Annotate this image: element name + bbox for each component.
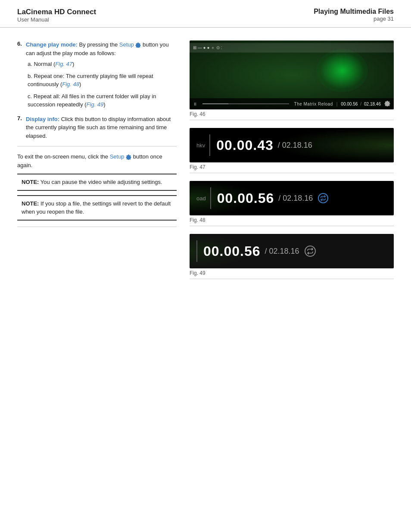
section-title: Playing Multimedia Files — [314, 8, 394, 16]
step-7: 7. Display info: Click this button to di… — [17, 115, 177, 140]
note-2-label: NOTE: — [22, 200, 39, 207]
step-6a: a. Normal (Fig. 47) — [28, 60, 177, 68]
fig49-divider — [196, 240, 197, 262]
fig46-movie-title: The Matrix Reload — [294, 102, 333, 106]
step-6-label: Change play mode: — [26, 41, 78, 48]
svg-text:1: 1 — [322, 197, 324, 199]
note-1-label: NOTE: — [22, 179, 39, 185]
fig46-splash — [316, 49, 368, 92]
fig46-total: 02.18.46 — [364, 102, 381, 106]
main-content: 6. Change play mode: By pressing the Set… — [0, 28, 411, 300]
fig49-total: / 02.18.16 — [265, 247, 299, 256]
figure-49-image: 00.00.56 / 02.18.16 — [190, 234, 394, 268]
figure-49-block: 00.00.56 / 02.18.16 Fig. 49 — [190, 234, 394, 279]
note-box-1: NOTE: You can pause the video while adju… — [17, 174, 177, 191]
setup-gear-icon — [135, 42, 141, 48]
step-7-label: Display info: — [26, 116, 59, 122]
step-6c-letter: c. Repeat all: All files in the current … — [28, 93, 156, 108]
figure-46-label: Fig. 46 — [190, 111, 394, 120]
figure-47-block: hkv 00.00.43 / 02.18.16 Fig. 47 — [190, 128, 394, 173]
page-number: page 31 — [314, 16, 394, 22]
note-box-2: NOTE: If you stop a file, the settings w… — [17, 195, 177, 221]
note-1-text: You can pause the video while adjusting … — [40, 179, 162, 185]
fig49-time: 00.00.56 — [203, 243, 261, 259]
step-6-sub-items: a. Normal (Fig. 47) b. Repeat one: The c… — [28, 60, 177, 109]
step-6-header: 6. Change play mode: By pressing the Set… — [17, 40, 177, 57]
right-column: ⊞ — ● ● ＋ ⊙ : ⏸ The Matrix Reload | 00.0… — [190, 40, 394, 287]
fig47-time: 00.00.43 — [216, 137, 274, 153]
fig48-repeat-icon: 1 — [318, 193, 328, 203]
fig48-total: / 02.18.16 — [278, 194, 313, 203]
header-right: Playing Multimedia Files page 31 — [314, 8, 394, 22]
fig47-divider — [209, 134, 210, 156]
step-6a-letter: a. Normal ( — [28, 61, 55, 67]
exit-setup-word: Setup — [110, 153, 125, 160]
figure-46-block: ⊞ — ● ● ＋ ⊙ : ⏸ The Matrix Reload | 00.0… — [190, 40, 394, 120]
fig47-total: / 02.18.16 — [278, 141, 312, 150]
step-6b-fig-link: Fig. 48 — [62, 81, 79, 87]
page-header: LaCinema HD Connect User Manual Playing … — [0, 0, 411, 28]
figure-48-label: Fig. 48 — [190, 217, 394, 226]
figure-46-image: ⊞ — ● ● ＋ ⊙ : ⏸ The Matrix Reload | 00.0… — [190, 40, 394, 109]
step-6b-letter: b. Repeat one: The currently playing fil… — [28, 73, 153, 88]
fig46-bottom-bar: ⏸ The Matrix Reload | 00.00.56 / 02.18.4… — [190, 98, 394, 109]
manual-subtitle: User Manual — [17, 16, 96, 23]
fig47-prefix: hkv — [196, 142, 205, 149]
step-6c: c. Repeat all: All files in the current … — [28, 92, 177, 109]
fig48-time: 00.00.56 — [217, 190, 274, 206]
step-7-number: 7. — [17, 115, 24, 140]
step-6b: b. Repeat one: The currently playing fil… — [28, 72, 177, 89]
left-column: 6. Change play mode: By pressing the Set… — [17, 40, 177, 287]
fig46-settings-icon — [384, 100, 390, 108]
fig48-divider — [210, 187, 211, 209]
figure-47-label: Fig. 47 — [190, 164, 394, 173]
fig49-repeat-icon — [305, 246, 316, 257]
divider-1 — [17, 146, 177, 146]
figure-47-image: hkv 00.00.43 / 02.18.16 — [190, 128, 394, 162]
fig46-pause-icon: ⏸ — [193, 102, 197, 106]
exit-prefix: To exit the on-screen menu, click the — [17, 153, 108, 160]
exit-gear-icon — [126, 154, 131, 160]
step-6c-fig-link: Fig. 49 — [87, 101, 104, 108]
step-6: 6. Change play mode: By pressing the Set… — [17, 40, 177, 109]
step-6a-fig-link: Fig. 47 — [55, 61, 72, 67]
note-2-text: If you stop a file, the settings will re… — [22, 200, 171, 215]
brand-title: LaCinema HD Connect — [17, 8, 96, 16]
step-6-setup-word: Setup — [119, 41, 134, 48]
fig48-prefix: oad — [196, 195, 206, 202]
header-left: LaCinema HD Connect User Manual — [17, 8, 96, 23]
exit-text: To exit the on-screen menu, click the Se… — [17, 152, 177, 169]
step-6a-close: ) — [72, 61, 74, 67]
figure-49-label: Fig. 49 — [190, 270, 394, 279]
step-6-number: 6. — [17, 40, 24, 57]
fig46-time: 00.00.56 — [341, 102, 358, 106]
figure-48-image: oad 00.00.56 / 02.18.16 1 — [190, 181, 394, 215]
figure-48-block: oad 00.00.56 / 02.18.16 1 Fig. 48 — [190, 181, 394, 226]
divider-2 — [17, 227, 177, 227]
step-6-text-before: By pressing the — [79, 41, 119, 48]
